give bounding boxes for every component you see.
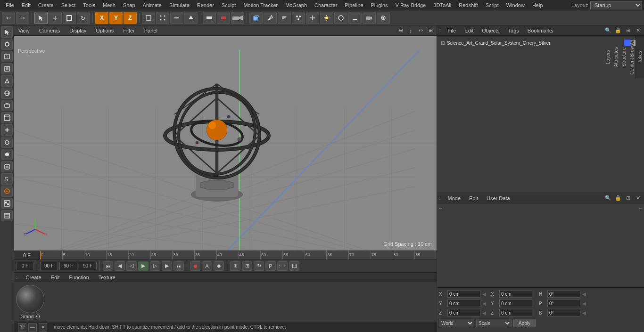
menu-simulate[interactable]: Simulate (165, 1, 193, 9)
coord-z-rot-field[interactable] (499, 309, 532, 316)
status-icon-close[interactable]: ✕ (39, 323, 47, 332)
sidebar-btn-11[interactable] (1, 161, 13, 172)
menu-window[interactable]: Window (503, 1, 528, 9)
grid-key-button[interactable]: ⋮⋮ (277, 261, 288, 271)
viewport-icon-1[interactable]: ⊕ (396, 26, 405, 35)
obj-menu-objects[interactable]: Objects (479, 27, 502, 34)
timeline-ruler[interactable]: 051015202530354045505560657075808590 (40, 251, 437, 259)
coord-x-pos-field[interactable] (447, 290, 480, 298)
obj-expand-icon[interactable]: ⊞ (624, 26, 632, 35)
mat-menu-create[interactable]: Create (24, 274, 44, 281)
menu-mograph[interactable]: MoGraph (281, 1, 311, 9)
obj-close-icon[interactable]: ✕ (634, 26, 642, 35)
menu-file[interactable]: File (2, 1, 18, 9)
goto-end-button[interactable]: ⏭ (173, 261, 184, 271)
scale-key-button[interactable]: ⊞ (242, 261, 252, 271)
menu-snap[interactable]: Snap (119, 1, 139, 9)
layout-dropdown[interactable]: Startup (590, 1, 642, 9)
coord-x-rot-field[interactable] (499, 290, 532, 298)
mat-menu-edit[interactable]: Edit (49, 274, 62, 281)
menu-character[interactable]: Character (311, 1, 341, 9)
vtab-content-browser[interactable]: Content Browser (628, 36, 636, 78)
obj-menu-edit[interactable]: Edit (462, 27, 476, 34)
goto-start-button[interactable]: ⏮ (103, 261, 113, 271)
menu-mesh[interactable]: Mesh (99, 1, 119, 9)
pos-key-button[interactable]: P (265, 261, 276, 271)
auto-key-button[interactable]: A (202, 261, 212, 271)
redo-button[interactable]: ↪ (16, 12, 29, 24)
null-button[interactable] (306, 12, 319, 24)
poly-mode-button[interactable] (184, 12, 198, 24)
coord-world-dropdown[interactable]: World (439, 319, 474, 327)
menu-vray[interactable]: V-Ray Bridge (392, 1, 430, 9)
keyframe-sel-button[interactable]: ◆ (214, 261, 224, 271)
viewport-icon-3[interactable]: ⇔ (416, 26, 425, 35)
next-frame-button[interactable]: ▶ (162, 261, 172, 271)
coord-scale-dropdown[interactable]: Scale (476, 319, 512, 327)
obj-search-icon[interactable]: 🔍 (604, 26, 612, 35)
sidebar-btn-3[interactable] (1, 63, 13, 74)
viewport-icon-2[interactable]: ↕ (406, 26, 415, 35)
z-axis-button[interactable]: Z (124, 12, 137, 24)
attr-menu-edit[interactable]: Edit (467, 194, 480, 202)
viewport-menu-panel[interactable]: Panel (142, 27, 160, 34)
play-button[interactable]: ▶ (138, 261, 149, 271)
timeline-region-button[interactable] (203, 12, 216, 24)
sidebar-btn-8[interactable] (1, 124, 13, 136)
sidebar-btn-4[interactable] (1, 75, 13, 87)
status-icon-cinema4d[interactable]: 🎬 (18, 323, 26, 332)
y-axis-button[interactable]: Y (109, 12, 123, 24)
points-mode-button[interactable] (156, 12, 169, 24)
move-key-button[interactable]: ⊕ (230, 261, 240, 271)
sidebar-btn-10[interactable] (1, 149, 13, 160)
attr-lock-icon[interactable]: 🔒 (614, 194, 622, 202)
move-tool-button[interactable]: ✛ (49, 12, 62, 24)
end-frame-field[interactable] (79, 262, 97, 270)
viewport-menu-cameras[interactable]: Cameras (37, 27, 63, 34)
3d-viewport[interactable]: Perspective Grid Spacing : 10 cm X Y Z (14, 36, 437, 251)
menu-select[interactable]: Select (58, 1, 80, 9)
menu-redshift[interactable]: Redshift (455, 1, 481, 9)
menu-create[interactable]: Create (34, 1, 58, 9)
viewport-icon-4[interactable]: ⊞ (426, 26, 435, 35)
preview-start-field[interactable] (40, 262, 58, 270)
obj-menu-bookmarks[interactable]: Bookmarks (525, 27, 556, 34)
menu-help[interactable]: Help (528, 1, 547, 9)
coord-z-pos-field[interactable] (447, 309, 480, 316)
viewport-menu-options[interactable]: Options (93, 27, 116, 34)
sidebar-btn-12[interactable]: S (1, 173, 13, 185)
rot-key-button[interactable]: ↻ (254, 261, 264, 271)
scale-tool-button[interactable] (63, 12, 76, 24)
edges-mode-button[interactable] (170, 12, 183, 24)
menu-sculpt[interactable]: Sculpt (218, 1, 240, 9)
preview-end-field[interactable] (59, 262, 77, 270)
floor-button[interactable] (348, 12, 362, 24)
menu-tools[interactable]: Tools (79, 1, 99, 9)
attr-close-icon[interactable]: ✕ (634, 194, 642, 202)
coord-b-field[interactable] (547, 309, 580, 316)
menu-edit[interactable]: Edit (18, 1, 34, 9)
material-item[interactable]: Grand_O (16, 285, 44, 319)
sidebar-btn-6[interactable] (1, 100, 13, 111)
obj-menu-tags[interactable]: Tags (506, 27, 521, 34)
sky-button[interactable] (334, 12, 347, 24)
menu-3dtoall[interactable]: 3DToAll (429, 1, 455, 9)
next-key-button[interactable]: ▷ (150, 261, 160, 271)
vtab-structure[interactable]: Structure (620, 44, 628, 71)
coord-p-field[interactable] (547, 300, 580, 307)
pen-tool-button[interactable] (264, 12, 277, 24)
attr-expand-icon[interactable]: ⊞ (624, 194, 632, 202)
attr-search-icon[interactable]: 🔍 (604, 194, 612, 202)
render-button[interactable] (377, 12, 390, 24)
sidebar-btn-14[interactable] (1, 198, 13, 209)
sidebar-btn-5[interactable] (1, 88, 13, 99)
menu-animate[interactable]: Animate (139, 1, 165, 9)
obj-menu-file[interactable]: File (446, 27, 459, 34)
sidebar-btn-7[interactable] (1, 112, 13, 123)
sidebar-btn-13[interactable] (1, 186, 13, 197)
anim-record-button[interactable] (217, 12, 230, 24)
sidebar-btn-0[interactable] (1, 26, 13, 38)
mat-menu-texture[interactable]: Texture (96, 274, 118, 281)
menu-render[interactable]: Render (193, 1, 218, 9)
attr-menu-mode[interactable]: Mode (446, 194, 463, 202)
